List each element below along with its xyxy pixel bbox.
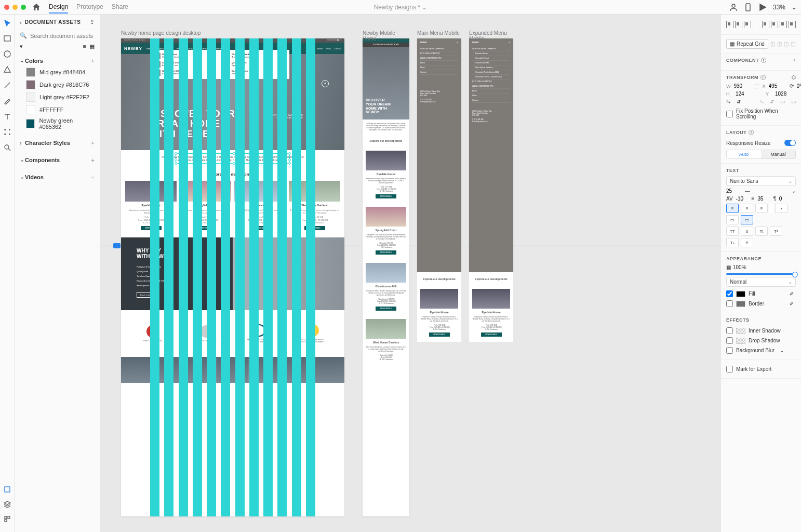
maximize-window[interactable] <box>21 5 26 10</box>
minimize-window[interactable] <box>12 5 18 10</box>
eyedropper-icon[interactable]: ✐ <box>790 291 796 297</box>
resize-mode-segment[interactable]: AutoManual <box>726 150 796 159</box>
tracking-input[interactable] <box>736 196 749 202</box>
align-middle-icon[interactable] <box>771 21 778 28</box>
titlecase-icon[interactable]: Tt <box>755 227 768 236</box>
eyedropper-icon[interactable]: ✐ <box>790 301 796 307</box>
font-select[interactable]: Nunito Sans⌄ <box>726 176 796 186</box>
font-size-input[interactable] <box>726 188 742 194</box>
list-view-icon[interactable]: ≡ <box>83 43 86 50</box>
artboard-label[interactable]: Newby home page design desktop <box>121 30 201 36</box>
plugins-icon[interactable] <box>3 514 11 523</box>
mobile-preview-icon[interactable] <box>744 3 752 11</box>
back-icon[interactable]: ‹ <box>20 19 22 25</box>
fix-position-checkbox[interactable] <box>726 111 733 117</box>
select-tool[interactable] <box>3 19 11 27</box>
rotate-icon[interactable]: ⟳ <box>790 83 794 89</box>
text-align-center-icon[interactable]: ≡ <box>741 204 753 213</box>
guide-marker-icon[interactable] <box>113 243 121 248</box>
color-swatch[interactable]: Newby green #065362 <box>20 116 95 131</box>
artboard-desktop[interactable]: Newby home page design desktop Search fo… <box>121 38 344 516</box>
text-align-left-icon[interactable]: ≡ <box>726 204 739 213</box>
colors-header[interactable]: ⌄Colors+ <box>20 55 95 66</box>
align-center-icon[interactable] <box>735 21 742 28</box>
tab-prototype[interactable]: Prototype <box>76 1 103 14</box>
zoom-chevron-icon[interactable]: ⌄ <box>792 4 797 11</box>
color-swatch[interactable]: Light grey #F2F2F2 <box>20 91 95 103</box>
document-title[interactable]: Newby designs * ⌄ <box>374 4 428 11</box>
y-input[interactable] <box>775 91 793 97</box>
artboard-label[interactable]: Expanded Menu Mobile <box>469 30 513 42</box>
text-tool[interactable] <box>3 112 11 121</box>
upload-icon[interactable]: ⇪ <box>90 19 95 25</box>
search-input[interactable] <box>30 33 102 39</box>
pen-tool[interactable] <box>3 97 11 105</box>
artboard-expanded-menu[interactable]: Expanded Menu Mobile NEWBY✕ SEE OUR DEVE… <box>469 38 513 272</box>
color-swatch[interactable]: Dark grey #816C76 <box>20 78 95 91</box>
leading-input[interactable] <box>757 196 770 202</box>
text-align-right-icon[interactable]: ≡ <box>755 204 768 213</box>
ellipse-tool[interactable] <box>3 50 11 58</box>
add-style-icon[interactable]: + <box>91 140 95 146</box>
border-color[interactable] <box>736 301 745 307</box>
artboard-label[interactable]: Newby Mobile Home ... <box>363 30 409 42</box>
flip-h2-icon[interactable]: ⇋ <box>759 99 764 104</box>
x-input[interactable] <box>769 83 786 89</box>
grid-view-icon[interactable]: ▦ <box>89 43 95 50</box>
drop-shadow-checkbox[interactable] <box>726 337 733 344</box>
add-color-icon[interactable]: + <box>91 58 95 64</box>
close-icon[interactable]: ✕ <box>457 42 458 44</box>
tab-design[interactable]: Design <box>49 1 68 14</box>
distribute-icon[interactable] <box>789 21 796 28</box>
add-video-icon[interactable]: + <box>91 174 95 180</box>
fill-color[interactable] <box>736 291 745 297</box>
strikethrough-icon[interactable]: T <box>741 238 753 247</box>
polygon-tool[interactable] <box>3 65 11 74</box>
profile-icon[interactable] <box>729 3 738 11</box>
color-swatch[interactable]: #FFFFFF <box>20 103 95 116</box>
3d-icon[interactable]: ⬡ <box>792 75 796 80</box>
artboard-label[interactable]: Main Menu Mobile <box>417 30 460 36</box>
rotation-input[interactable] <box>797 83 801 89</box>
flip-v-icon[interactable]: ⇵ <box>737 99 741 104</box>
add-component-icon[interactable]: + <box>91 157 95 163</box>
close-window[interactable] <box>4 5 9 10</box>
videos-header[interactable]: ⌄Videos+ <box>20 171 95 182</box>
zoom-level[interactable]: 33% <box>773 4 785 11</box>
flip-v2-icon[interactable]: ⇵ <box>770 99 774 104</box>
align-top-icon[interactable] <box>762 21 769 28</box>
artboard-mobile-home[interactable]: Newby Mobile Home ... JUST MOVED IN OR A… <box>363 38 409 516</box>
text-area-icon[interactable]: ▭ <box>726 215 739 224</box>
text-point-icon[interactable]: • <box>775 204 787 213</box>
text-auto-icon[interactable]: ▭ <box>741 215 753 224</box>
bg-blur-checkbox[interactable] <box>726 347 733 354</box>
home-icon[interactable] <box>32 3 41 11</box>
components-header[interactable]: ⌄Components+ <box>20 154 95 165</box>
align-left-icon[interactable] <box>726 21 733 28</box>
charstyles-header[interactable]: ›Character Styles+ <box>20 138 95 148</box>
subscript-icon[interactable]: T₁ <box>726 238 739 247</box>
canvas[interactable]: Newby home page design desktop Search fo… <box>100 15 720 532</box>
line-tool[interactable] <box>3 81 11 89</box>
fill-checkbox[interactable] <box>726 290 733 297</box>
boolean-intersect-icon[interactable]: ◫ <box>784 41 789 47</box>
boolean-subtract-icon[interactable]: ◫ <box>777 41 782 47</box>
rectangle-tool[interactable] <box>3 34 11 43</box>
flip-h-icon[interactable]: ⇋ <box>726 99 730 104</box>
libraries-icon[interactable] <box>3 485 11 494</box>
border-checkbox[interactable] <box>726 300 733 307</box>
artboard-main-menu[interactable]: Main Menu Mobile NEWBY✕ SEE OUR DEVELOPM… <box>417 38 461 272</box>
align-right-icon[interactable] <box>744 21 751 28</box>
paragraph-input[interactable] <box>779 196 790 202</box>
color-swatch[interactable]: Mid grey #848484 <box>20 66 95 78</box>
lowercase-icon[interactable]: tt <box>741 227 753 236</box>
responsive-toggle[interactable] <box>784 140 796 146</box>
zoom-tool[interactable] <box>3 143 11 152</box>
width-input[interactable] <box>734 83 752 89</box>
filter-icon[interactable]: ▾ <box>20 43 23 50</box>
repeat-grid-button[interactable]: ▦Repeat Grid <box>726 39 768 49</box>
blend-select[interactable]: Normal⌄ <box>726 277 796 287</box>
close-icon[interactable]: ✕ <box>509 42 510 44</box>
artboard-tool[interactable] <box>3 128 11 136</box>
boolean-exclude-icon[interactable]: ◫ <box>791 41 795 47</box>
